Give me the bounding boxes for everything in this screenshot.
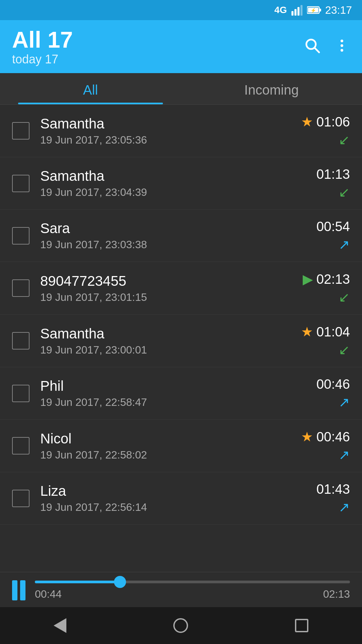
call-direction: ↗ (339, 237, 350, 252)
nav-bar (0, 607, 362, 644)
call-item[interactable]: Liza 19 Jun 2017, 22:56:14 01:43 ↗ (0, 472, 362, 525)
status-icons: 4G ⚡ 23:17 (275, 4, 352, 16)
tab-all[interactable]: All (0, 73, 181, 104)
header-subtitle: today 17 (12, 52, 73, 66)
call-checkbox[interactable] (12, 385, 29, 402)
call-name: Phil (40, 378, 316, 394)
call-info: Liza 19 Jun 2017, 22:56:14 (40, 483, 316, 514)
outgoing-arrow-icon: ↗ (339, 237, 350, 252)
call-checkbox[interactable] (12, 437, 29, 454)
outgoing-arrow-icon: ↗ (339, 500, 350, 515)
header: All 17 today 17 (0, 20, 362, 73)
call-info: Samantha 19 Jun 2017, 23:04:39 (40, 168, 316, 199)
call-duration: 01:43 (316, 482, 350, 497)
call-duration: ★00:46 (301, 429, 350, 444)
progress-container[interactable]: 00:44 02:13 (35, 581, 350, 600)
current-time: 00:44 (35, 588, 62, 600)
call-checkbox[interactable] (12, 122, 29, 140)
svg-rect-1 (294, 9, 296, 16)
call-datetime: 19 Jun 2017, 22:58:02 (40, 449, 301, 461)
call-datetime: 19 Jun 2017, 23:04:39 (40, 186, 316, 199)
call-item[interactable]: Samantha 19 Jun 2017, 23:00:01 ★01:04 ↙ (0, 315, 362, 367)
duration-text: 00:46 (316, 377, 350, 392)
call-direction: ↙ (339, 342, 350, 358)
signal-icon (291, 4, 303, 16)
call-name: Liza (40, 483, 316, 499)
network-icon: 4G (275, 5, 287, 15)
call-meta: 01:43 ↗ (316, 482, 350, 515)
call-name: 89047723455 (40, 273, 303, 289)
call-meta: ★00:46 ↗ (301, 429, 350, 463)
call-datetime: 19 Jun 2017, 22:56:14 (40, 501, 316, 514)
call-meta: ★01:04 ↙ (301, 324, 350, 358)
call-item[interactable]: 89047723455 19 Jun 2017, 23:01:15 ▶02:13… (0, 262, 362, 315)
call-info: Nicol 19 Jun 2017, 22:58:02 (40, 431, 301, 461)
outgoing-arrow-icon: ↗ (339, 447, 350, 462)
tab-incoming[interactable]: Incoming (181, 73, 362, 104)
call-datetime: 19 Jun 2017, 23:03:38 (40, 238, 316, 251)
call-item[interactable]: Nicol 19 Jun 2017, 22:58:02 ★00:46 ↗ (0, 420, 362, 472)
duration-text: 00:54 (316, 219, 350, 234)
star-icon: ★ (301, 114, 313, 129)
star-icon: ★ (301, 429, 313, 444)
call-direction: ↗ (339, 394, 350, 410)
header-right (304, 38, 350, 57)
call-item[interactable]: Sara 19 Jun 2017, 23:03:38 00:54 ↗ (0, 210, 362, 262)
call-datetime: 19 Jun 2017, 22:58:47 (40, 396, 316, 409)
call-datetime: 19 Jun 2017, 23:05:36 (40, 134, 301, 146)
call-datetime: 19 Jun 2017, 23:01:15 (40, 291, 303, 304)
call-checkbox[interactable] (12, 175, 29, 192)
duration-text: 01:43 (316, 482, 350, 497)
header-title: All 17 (12, 28, 73, 51)
call-name: Samantha (40, 116, 301, 132)
call-duration: ★01:04 (301, 324, 350, 339)
total-time: 02:13 (323, 588, 350, 600)
svg-line-9 (314, 48, 319, 52)
search-button[interactable] (304, 38, 320, 57)
more-options-button[interactable] (334, 38, 350, 57)
call-meta: 00:46 ↗ (316, 377, 350, 410)
svg-point-12 (341, 49, 343, 52)
pause-button[interactable] (12, 580, 25, 600)
svg-point-10 (341, 40, 343, 42)
call-checkbox[interactable] (12, 279, 29, 297)
call-info: Samantha 19 Jun 2017, 23:05:36 (40, 116, 301, 146)
time-display: 23:17 (325, 4, 352, 16)
call-direction: ↗ (339, 499, 350, 515)
duration-text: 01:04 (316, 324, 350, 339)
duration-text: 02:13 (316, 272, 350, 287)
svg-rect-0 (291, 11, 293, 16)
call-direction: ↗ (339, 447, 350, 463)
call-info: Phil 19 Jun 2017, 22:58:47 (40, 378, 316, 409)
svg-rect-2 (297, 7, 299, 16)
player-controls: 00:44 02:13 (12, 580, 350, 600)
call-duration: ▶02:13 (303, 271, 350, 287)
svg-point-11 (341, 44, 343, 47)
call-duration: ★01:06 (301, 114, 350, 129)
call-item[interactable]: Samantha 19 Jun 2017, 23:05:36 ★01:06 ↙ (0, 105, 362, 157)
call-item[interactable]: Phil 19 Jun 2017, 22:58:47 00:46 ↗ (0, 367, 362, 420)
call-info: Sara 19 Jun 2017, 23:03:38 (40, 220, 316, 251)
incoming-arrow-icon: ↙ (339, 185, 350, 200)
call-list: Samantha 19 Jun 2017, 23:05:36 ★01:06 ↙ … (0, 105, 362, 525)
recent-button[interactable] (295, 619, 308, 632)
call-checkbox[interactable] (12, 332, 29, 350)
progress-thumb (114, 576, 126, 588)
call-meta: 00:54 ↗ (316, 219, 350, 252)
progress-track[interactable] (35, 581, 350, 583)
status-bar: 4G ⚡ 23:17 (0, 0, 362, 20)
home-button[interactable] (173, 618, 188, 633)
duration-text: 01:06 (316, 114, 350, 129)
call-name: Samantha (40, 326, 301, 342)
call-duration: 00:54 (316, 219, 350, 234)
call-datetime: 19 Jun 2017, 23:00:01 (40, 344, 301, 356)
back-button[interactable] (54, 618, 66, 633)
call-checkbox[interactable] (12, 227, 29, 245)
call-name: Sara (40, 220, 316, 236)
call-name: Nicol (40, 431, 301, 447)
call-item[interactable]: Samantha 19 Jun 2017, 23:04:39 01:13 ↙ (0, 157, 362, 210)
header-left: All 17 today 17 (12, 28, 73, 66)
call-checkbox[interactable] (12, 490, 29, 507)
svg-text:⚡: ⚡ (310, 8, 316, 13)
progress-times: 00:44 02:13 (35, 588, 350, 600)
